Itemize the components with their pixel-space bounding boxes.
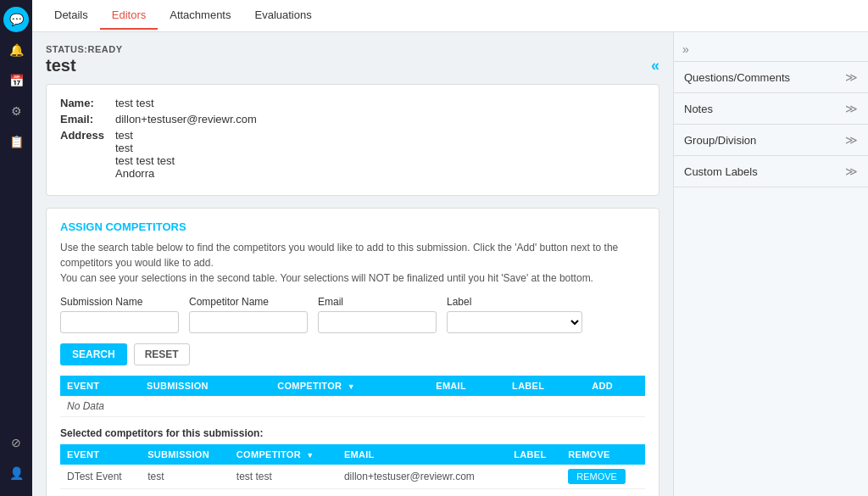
rewind-icon[interactable]: « [651,57,659,75]
status-label: STATUS:READY [46,44,659,54]
name-value: test test [115,97,154,109]
sel-col-label: LABEL [507,444,561,465]
chat-icon[interactable]: 💬 [3,7,29,32]
info-email-row: Email: dillon+testuser@reviewr.com [60,113,645,125]
submission-name-input[interactable] [60,311,179,333]
no-data-row: No Data [60,396,645,417]
chevron-down-icon: ≫ [845,70,858,84]
label-field-label: Label [447,296,582,308]
remove-button[interactable]: REMOVE [568,469,626,484]
calendar-icon[interactable]: 📅 [3,68,29,93]
sel-col-competitor: COMPETITOR ▼ [230,444,337,465]
right-section-labels: Custom Labels ≫ [674,156,868,187]
group-division-label: Group/Division [684,134,756,147]
sel-col-submission: SUBMISSION [141,444,230,465]
title-text: test [46,56,76,75]
col-submission: SUBMISSION [140,376,270,396]
col-add: ADD [585,376,645,396]
sel-col-email: EMAIL [337,444,507,465]
label-select[interactable] [447,311,582,333]
questions-comments-header[interactable]: Questions/Comments ≫ [674,62,868,92]
label-group: Label [447,296,582,333]
sidebar: 💬 🔔 📅 ⚙ 📋 ⊘ 👤 [0,0,32,496]
submission-title: test « [46,56,659,75]
center-panel: STATUS:READY test « Name: test test Emai… [32,32,673,496]
competitor-name-group: Competitor Name [189,296,308,333]
col-competitor: COMPETITOR ▼ [270,376,429,396]
row-submission: test [141,465,230,489]
expand-icon[interactable]: » [682,42,689,56]
search-form: Submission Name Competitor Name Email La… [60,296,645,333]
notes-header[interactable]: Notes ≫ [674,93,868,124]
competitor-name-input[interactable] [189,311,308,333]
email-value: dillon+testuser@reviewr.com [115,113,257,125]
block-icon[interactable]: ⊘ [3,430,29,455]
no-data-cell: No Data [60,396,645,417]
assign-competitors-section: ASSIGN COMPETITORS Use the search table … [46,208,659,496]
sel-col-remove: REMOVE [561,444,645,465]
group-division-header[interactable]: Group/Division ≫ [674,125,868,155]
competitor-name-label: Competitor Name [189,296,308,308]
info-name-row: Name: test test [60,97,645,109]
sel-col-event: EVENT [60,444,141,465]
settings-icon[interactable]: ⚙ [3,98,29,124]
content-area: STATUS:READY test « Name: test test Emai… [32,32,868,496]
selected-competitors-table: EVENT SUBMISSION COMPETITOR ▼ EMAIL LABE… [60,444,645,489]
row-label [507,465,561,489]
assign-description: Use the search table below to find the c… [60,240,645,286]
submission-name-group: Submission Name [60,296,179,333]
name-label: Name: [60,97,115,109]
row-email: dillon+testuser@reviewr.com [337,465,507,489]
selected-label: Selected competitors for this submission… [60,427,645,439]
col-event: EVENT [60,376,140,396]
chevron-down-icon: ≫ [845,164,858,178]
notification-icon[interactable]: 🔔 [3,37,29,63]
custom-labels-label: Custom Labels [684,165,758,178]
tab-attachments[interactable]: Attachments [158,2,242,30]
chevron-down-icon: ≫ [845,133,858,147]
right-section-questions: Questions/Comments ≫ [674,62,868,93]
document-icon[interactable]: 📋 [3,129,29,154]
row-competitor: test test [230,465,337,489]
address-value: testtesttest test testAndorra [115,129,175,180]
tab-editors[interactable]: Editors [100,2,158,30]
questions-comments-label: Questions/Comments [684,71,790,84]
address-label: Address [60,129,115,180]
assign-title: ASSIGN COMPETITORS [60,220,645,233]
user-icon[interactable]: 👤 [3,460,29,486]
right-panel: » Questions/Comments ≫ Notes ≫ Group/Div… [673,32,868,496]
submission-name-label: Submission Name [60,296,179,308]
table-row: DTest Event test test test dillon+testus… [60,465,645,489]
row-remove-cell: REMOVE [561,465,645,489]
custom-labels-header[interactable]: Custom Labels ≫ [674,156,868,187]
info-card: Name: test test Email: dillon+testuser@r… [46,84,659,196]
search-results-table: EVENT SUBMISSION COMPETITOR ▼ EMAIL LABE… [60,376,645,417]
top-tabs: Details Editors Attachments Evaluations [32,0,868,32]
tab-details[interactable]: Details [42,2,100,30]
right-section-notes: Notes ≫ [674,93,868,125]
reset-button[interactable]: RESET [134,343,190,365]
col-label: LABEL [505,376,585,396]
right-section-group: Group/Division ≫ [674,125,868,156]
main-content: Details Editors Attachments Evaluations … [32,0,868,496]
notes-label: Notes [684,103,713,115]
right-panel-header: » [674,37,868,62]
email-label: Email: [60,113,115,125]
tab-evaluations[interactable]: Evaluations [242,2,323,30]
email-field-label: Email [318,296,437,308]
search-button[interactable]: SEARCH [60,343,127,365]
row-event: DTest Event [60,465,141,489]
email-group: Email [318,296,437,333]
col-email: EMAIL [429,376,505,396]
info-address-row: Address testtesttest test testAndorra [60,129,645,180]
chevron-down-icon: ≫ [845,102,858,115]
email-input[interactable] [318,311,437,333]
